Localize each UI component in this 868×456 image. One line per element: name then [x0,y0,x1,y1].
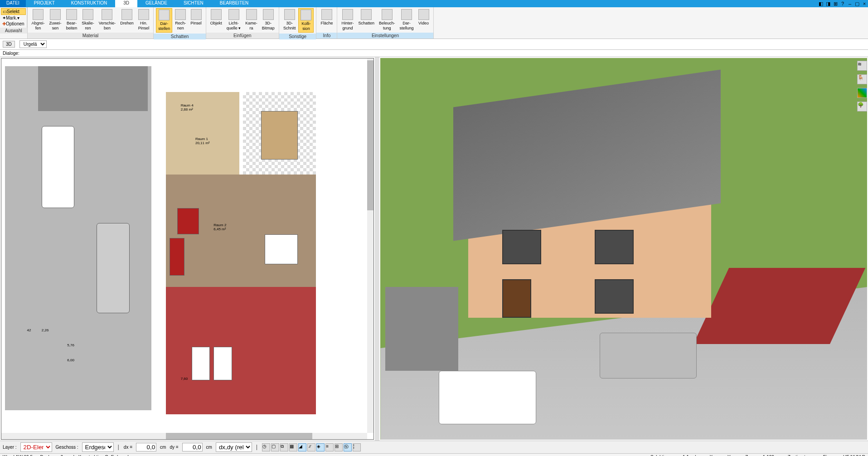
tool-icon [50,9,61,20]
dialog-label: Dialoge: [3,51,19,56]
floor-select[interactable]: Erdgeschos [82,442,114,452]
menu-file[interactable]: DATEI [0,0,26,7]
splitter[interactable] [375,57,379,441]
tool-icon [246,9,257,20]
ribbon-btn-lichtquelle▾[interactable]: Licht- quelle ▾ [225,8,243,32]
dy-input[interactable] [182,443,203,451]
ribbon-btn-darstellung[interactable]: Dar- stellung [398,8,415,32]
tool-icon [418,9,429,20]
menu-tab-projekt[interactable]: PROJEKT [26,0,63,7]
snap-clock-icon[interactable]: ◷ [262,443,270,451]
tool-icon [321,9,332,20]
tool-icon [121,9,132,20]
ribbon-btn-abgreifen[interactable]: Abgrei- fen [30,8,47,32]
ribbon-btn-3dbitmap[interactable]: 3D- Bitmap [260,8,276,32]
select-tool[interactable]: ▭ Selekt [1,8,26,15]
car-icon [42,126,75,209]
ribbon-btn-3dschnitt[interactable]: 3D- Schnitt [281,8,298,33]
menu-tab-sichten[interactable]: SICHTEN [175,0,212,7]
snap-parallel-icon[interactable]: ⫽ [307,443,315,451]
ribbon-btn-skalieren[interactable]: Skalie- ren [80,8,96,32]
menu-tab-bearbeiten[interactable]: BEARBEITEN [212,0,257,7]
view-3d[interactable] [380,58,867,440]
ribbon-btn-verschieben[interactable]: Verschie- ben [97,8,118,32]
layers-icon[interactable]: ≋ [857,61,867,71]
snap-diamond-icon[interactable]: ◈ [316,443,325,451]
ribbon-btn-zuweisen[interactable]: Zuwei- sen [48,8,63,32]
help-icon[interactable]: ? [839,0,846,7]
ribbon-btn-objekt[interactable]: Objekt [209,8,224,32]
materials-icon[interactable] [857,88,867,98]
car-icon [97,223,130,313]
snap-angle-icon[interactable]: ◢ [298,443,306,451]
tool-icon [211,9,222,20]
ribbon-btn-rechnen[interactable]: Rech- nen [173,8,188,33]
room-label: Raum 2 6,45 m² [213,223,226,231]
snap-lines-icon[interactable]: ≡ [325,443,334,451]
ribbon-group-label: Schatten [154,34,206,39]
ribbon-btn-fläche[interactable]: Fläche [319,8,335,32]
snap-building-icon[interactable]: ▦ [289,443,297,451]
ribbon-btn-darstellen[interactable]: Dar- stellen [156,8,172,33]
menu-bar: DATEI PROJEKTKONSTRUKTION3DGELÄNDESICHTE… [0,0,868,7]
tool-icon [138,9,149,20]
ribbon-btn-bearbeiten[interactable]: Bear- beiten [64,8,79,32]
ribbon-group-label: Info [316,33,337,39]
layer-select[interactable]: 2D-Elemen [20,442,52,452]
ribbon-group-label: Einfügen [206,33,279,39]
tool-icon [284,9,295,20]
close-icon[interactable]: × [861,0,868,7]
mark-tool[interactable]: ✦ Mark. ▾ [1,15,26,21]
tool-icon [263,9,274,20]
ribbon: ▭ Selekt ✦ Mark. ▾ ✚ Optionen Auswahl Ab… [0,7,868,39]
dy-label: dy = [170,445,178,450]
room-label: Raum 4 2,88 m² [181,103,194,112]
view-mode-badge[interactable]: 3D [3,41,15,48]
titlebar-icon1[interactable]: ◧ [818,0,824,7]
snap-grid-icon[interactable]: ⊞ [335,443,343,451]
ribbon-group-label: Sonstige [279,34,316,39]
dim-label: 42 [27,328,31,332]
ribbon-btn-beleuchtung[interactable]: Beleuch- tung [377,8,397,32]
dx-input[interactable] [136,443,156,451]
tool-icon [401,9,412,20]
maximize-icon[interactable]: ▢ [854,0,860,7]
tool-icon [191,9,202,20]
snap-n-icon[interactable]: Ⓝ [344,443,352,451]
ribbon-btn-video[interactable]: Video [417,8,431,32]
ribbon-btn-drehen[interactable]: Drehen [118,8,136,32]
view-2d[interactable]: Raum 4 2,88 m² Raum 1 20,11 m² Raum 3 25… [1,58,374,440]
titlebar-icon2[interactable]: ◨ [825,0,831,7]
minimize-icon[interactable]: – [847,0,853,7]
tool-icon [228,9,239,20]
ribbon-btn-pinsel[interactable]: Pinsel [189,8,204,33]
group-label-auswahl: Auswahl [0,28,27,34]
menu-tab-3d[interactable]: 3D [115,0,137,7]
snap-screen-icon[interactable]: ▢ [271,443,279,451]
terrain-select[interactable]: Urgelände [19,40,47,48]
room-label: Raum 1 20,11 m² [195,137,210,145]
dx-label: dx = [124,445,132,450]
options-tool[interactable]: ✚ Optionen [1,21,26,27]
menu-tab-konstruktion[interactable]: KONSTRUKTION [63,0,115,7]
layer-label: Layer : [3,445,17,450]
menu-tab-gelände[interactable]: GELÄNDE [137,0,175,7]
rel-select[interactable]: dx,dy (relativ ka [216,442,252,452]
snap-stack-icon[interactable]: ⧉ [280,443,288,451]
dialog-bar: Dialoge: [0,50,868,57]
tree-icon[interactable]: 🌳 [857,102,867,112]
scrollbar-vertical[interactable] [367,58,373,433]
scrollbar-horizontal[interactable] [1,433,367,439]
ribbon-group-label: Material [28,33,154,39]
furniture-icon[interactable]: 🪑 [857,74,867,84]
ribbon-btn-hintergrund[interactable]: Hinter- grund [339,8,355,32]
titlebar-icon3[interactable]: ⊞ [832,0,839,7]
snap-info-icon[interactable]: ¦ [353,443,361,451]
ribbon-btn-kollision[interactable]: Kolli- sion [298,8,314,33]
ribbon-btn-hin.pinsel[interactable]: Hin. Pinsel [136,8,151,32]
tool-icon [382,9,393,20]
ribbon-btn-kamera[interactable]: Kame- ra [243,8,259,32]
tool-icon [82,9,93,20]
right-panel: ≋ 🪑 🌳 [855,59,868,113]
ribbon-btn-schatten[interactable]: Schatten [356,8,376,32]
